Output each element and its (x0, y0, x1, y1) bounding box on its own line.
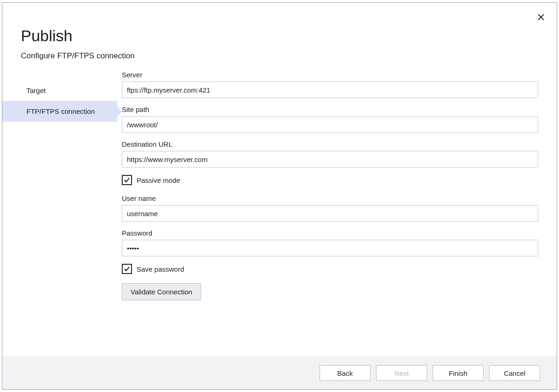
validate-connection-button[interactable]: Validate Connection (122, 283, 201, 300)
cancel-button[interactable]: Cancel (489, 365, 540, 381)
passive-mode-label: Passive mode (137, 176, 180, 184)
save-password-checkbox[interactable] (122, 264, 132, 274)
password-input[interactable] (122, 240, 538, 256)
field-sitepath: Site path (122, 106, 538, 133)
close-button[interactable] (535, 12, 546, 23)
checkmark-icon (124, 177, 130, 183)
sidebar-item-ftp-connection[interactable]: FTP/FTPS connection (2, 101, 117, 122)
sitepath-input[interactable] (122, 116, 538, 133)
field-username: User name (122, 194, 538, 222)
field-desturl: Destination URL (122, 140, 538, 168)
username-input[interactable] (122, 205, 538, 222)
close-icon (538, 14, 544, 20)
checkmark-icon (124, 266, 130, 272)
back-button[interactable]: Back (320, 365, 371, 381)
passive-mode-checkbox[interactable] (122, 175, 132, 185)
password-label: Password (122, 229, 538, 237)
dialog-header: Publish Configure FTP/FTPS connection (2, 3, 557, 65)
server-input[interactable] (122, 81, 538, 98)
wizard-sidebar: Target FTP/FTPS connection (2, 65, 117, 356)
next-button[interactable]: Next (376, 365, 427, 381)
sitepath-label: Site path (122, 106, 538, 113)
field-passive-mode: Passive mode (122, 175, 538, 185)
server-label: Server (122, 71, 538, 79)
field-save-password: Save password (122, 264, 538, 274)
save-password-label: Save password (137, 265, 184, 273)
field-server: Server (122, 71, 538, 98)
page-title: Publish (21, 27, 538, 45)
desturl-input[interactable] (122, 151, 538, 168)
username-label: User name (122, 194, 538, 202)
page-subtitle: Configure FTP/FTPS connection (21, 51, 538, 61)
field-password: Password (122, 229, 538, 256)
sidebar-item-target[interactable]: Target (2, 80, 117, 101)
form-area: Server Site path Destination URL Passive… (117, 65, 557, 356)
desturl-label: Destination URL (122, 140, 538, 148)
finish-button[interactable]: Finish (433, 365, 484, 381)
dialog-footer: Back Next Finish Cancel (2, 356, 557, 389)
dialog-body: Target FTP/FTPS connection Server Site p… (2, 65, 557, 356)
publish-dialog: Publish Configure FTP/FTPS connection Ta… (2, 2, 557, 390)
